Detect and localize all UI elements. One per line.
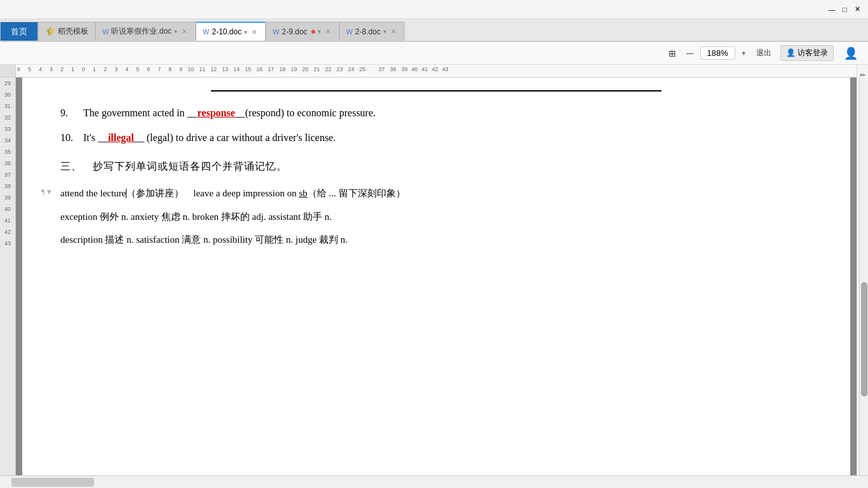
ruler-left-margin [0, 65, 16, 77]
zoom-controls: ⊞ — 188% + 退出 [665, 46, 775, 60]
visitor-label: 访客登录 [797, 48, 828, 57]
doc1-icon: W [102, 28, 109, 36]
login-button[interactable]: 👤 [839, 44, 863, 62]
vocab-line1: attend the lecture（参加讲座） leave a deep im… [60, 184, 812, 203]
tab-doc2-menu[interactable]: ▾ [244, 29, 247, 36]
tab-doc1[interactable]: W 听说寒假作业.doc ▾ ✕ [95, 22, 196, 41]
sentence10-after: __ (legal) to drive a car without a driv… [134, 129, 336, 147]
tab-doc3-dot [311, 30, 315, 34]
tabbar: 首页 🌾 稻壳模板 W 听说寒假作业.doc ▾ ✕ W 2-10.doc ▾ … [0, 19, 868, 42]
maximize-button[interactable]: □ [839, 4, 850, 15]
tab-doc1-close[interactable]: ✕ [180, 27, 189, 36]
content-area: 9. The government acted in __response__(… [16, 78, 857, 475]
zoom-fit-button[interactable]: ⊞ [665, 46, 680, 60]
sentence9-after: __(respond) to economic pressure. [235, 104, 376, 123]
tab-doc1-label: 听说寒假作业.doc [111, 26, 172, 37]
sentence10-highlight: illegal [108, 129, 134, 147]
tab-doc3[interactable]: W 2-9.doc ▾ ✕ [266, 22, 339, 41]
tab-doc4[interactable]: W 2-8.doc ▾ ✕ [339, 22, 405, 41]
home-tab-label: 首页 [11, 26, 27, 37]
exit-button[interactable]: 退出 [752, 46, 775, 60]
vocab-line2: exception 例外 n. anxiety 焦虑 n. broken 摔坏的… [60, 208, 812, 226]
zoom-plus-button[interactable]: + [738, 47, 750, 60]
minimize-button[interactable]: — [826, 4, 837, 15]
tab-doc1-menu[interactable]: ▾ [174, 28, 177, 35]
sentence9-highlight: response [198, 104, 235, 123]
left-ruler: 29 30 31 32 33 34 35 36 37 38 39 40 41 4… [0, 78, 16, 475]
doc2-icon: W [203, 28, 209, 36]
tab-doc4-close[interactable]: ✕ [389, 27, 398, 36]
section3-title: 三、 抄写下列单词或短语各四个并背诵记忆。 [60, 158, 812, 176]
tab-doc3-close[interactable]: ✕ [323, 27, 332, 36]
tab-doc2-label: 2-10.doc [212, 27, 241, 36]
titlebar: — □ ✕ [0, 0, 868, 19]
doc3-icon: W [273, 28, 279, 36]
tab-template[interactable]: 🌾 稻壳模板 [38, 22, 95, 41]
tab-doc3-menu[interactable]: ▾ [318, 28, 321, 35]
toolbar: ⊞ — 188% + 退出 👤 访客登录 👤 [0, 42, 868, 65]
sentence10-start: It's __ [83, 129, 108, 147]
sentence-9: 9. The government acted in __response__(… [60, 104, 812, 249]
zoom-value: 188% [700, 46, 735, 60]
tab-doc3-label: 2-9.doc [282, 27, 308, 36]
tab-doc4-label: 2-8.doc [355, 27, 381, 36]
section3-content: ¶ ▾ attend the lecture（参加讲座） leave a dee… [60, 184, 812, 249]
sentence9-before: The government acted in __ [83, 104, 198, 123]
tab-home[interactable]: 首页 [0, 22, 38, 41]
document-page: 9. The government acted in __response__(… [22, 78, 850, 475]
ruler-scale: 6 5 4 3 2 1 0 1 2 3 4 5 6 7 8 9 10 11 12… [16, 65, 868, 77]
tab-doc2[interactable]: W 2-10.doc ▾ ✕ [196, 22, 266, 41]
tab-template-label: 稻壳模板 [58, 26, 88, 37]
visitor-login-button[interactable]: 👤 访客登录 [780, 45, 834, 61]
top-ruler: 6 5 4 3 2 1 0 1 2 3 4 5 6 7 8 9 10 11 12… [0, 65, 868, 78]
paragraph-marker: ¶ ▾ [41, 184, 51, 199]
close-button[interactable]: ✕ [851, 4, 863, 15]
titlebar-controls: — □ ✕ [826, 4, 863, 15]
template-icon: 🌾 [45, 27, 55, 36]
sentence10-num: 10. [60, 129, 83, 147]
scrollbar-track [859, 78, 868, 475]
scrollbar-thumb[interactable] [861, 282, 867, 396]
tab-doc2-close[interactable]: ✕ [250, 28, 259, 36]
bottom-bar [0, 475, 868, 488]
tab-doc4-menu[interactable]: ▾ [383, 28, 386, 35]
sentence9-num: 9. [60, 104, 83, 123]
doc4-icon: W [346, 28, 353, 36]
vocab-line3: description 描述 n. satisfaction 满意 n. pos… [60, 231, 812, 249]
zoom-minus-button[interactable]: — [682, 47, 698, 60]
page-indicator [11, 478, 94, 487]
avatar-icon: 👤 [786, 48, 796, 57]
